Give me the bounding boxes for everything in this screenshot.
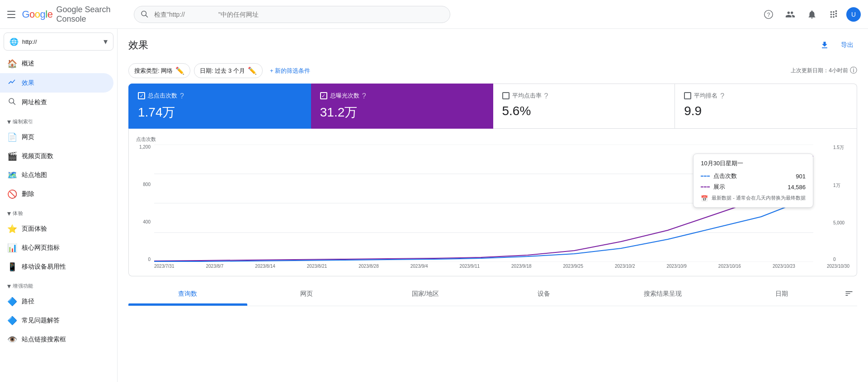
tooltip-clicks-value: 901	[796, 173, 806, 180]
section-label-indexing[interactable]: ▾ 编制索引	[0, 114, 117, 128]
sitemap-icon: 🗺️	[7, 170, 16, 180]
y-tick: 0	[148, 257, 151, 262]
export-label: 导出	[841, 41, 854, 49]
property-selector[interactable]: 🌐 http:// ▾	[4, 33, 113, 51]
sidebar-item-url-inspection[interactable]: 网址检查	[0, 93, 113, 112]
avatar[interactable]: U	[846, 7, 861, 22]
x-tick: 2023/10/16	[718, 264, 741, 269]
tab-countries[interactable]: 国家/地区	[366, 284, 485, 306]
menu-icon[interactable]	[7, 9, 16, 20]
sidebar-item-label: 移动设备易用性	[22, 263, 66, 271]
filter-rows-icon[interactable]	[841, 285, 857, 304]
y-tick: 400	[143, 219, 151, 224]
add-filter-label: + 新的筛选条件	[270, 67, 310, 75]
bottom-tabs-bar: 查询数 网页 国家/地区 设备 搜索结果呈现 日期	[128, 284, 857, 306]
enhancements-section: ▾ 增强功能 🔷 路径 🔷 常见问题解答 👁️ 站点链接搜索框	[0, 278, 117, 349]
help-icon[interactable]: ?	[362, 92, 366, 100]
metric-card-position[interactable]: 平均排名 ? 9.9	[675, 84, 857, 129]
help-icon[interactable]: ?	[720, 92, 724, 100]
apps-button[interactable]	[825, 5, 843, 23]
ctr-checkbox[interactable]	[502, 92, 509, 99]
topbar-right: ? U	[760, 5, 861, 23]
indexing-section: ▾ 编制索引 📄 网页 🎬 视频页面数 🗺️ 站点地图 🚫 删除	[0, 114, 117, 204]
last-updated-text: 上次更新日期：4小时前	[791, 67, 848, 75]
info-icon[interactable]: ⓘ	[850, 66, 857, 75]
page-title: 效果	[128, 38, 148, 52]
sidebar: 🌐 http:// ▾ 🏠 概述 效果	[0, 29, 118, 382]
web-icon: 📄	[7, 132, 16, 142]
page-header: 效果 导出	[128, 29, 857, 60]
tab-search-appearance[interactable]: 搜索结果呈现	[604, 284, 722, 306]
tab-label: 搜索结果呈现	[644, 290, 682, 297]
chevron-down-icon: ▾	[104, 37, 108, 47]
tab-dates[interactable]: 日期	[722, 284, 841, 306]
sidebar-item-overview[interactable]: 🏠 概述	[0, 54, 113, 73]
sidebar-item-search-box[interactable]: 👁️ 站点链接搜索框	[0, 330, 113, 349]
tooltip-note-text: 最新数据 - 通常会在几天内替换为最终数据	[712, 195, 806, 201]
sidebar-item-label: 概述	[22, 60, 34, 68]
tab-pages[interactable]: 网页	[247, 284, 366, 306]
impressions-checkbox[interactable]	[320, 92, 327, 99]
search-type-filter[interactable]: 搜索类型: 网络 ✏️	[128, 63, 190, 78]
ctr-value: 5.6%	[502, 104, 666, 118]
help-button[interactable]: ?	[760, 5, 778, 23]
help-icon[interactable]: ?	[544, 92, 548, 100]
x-tick: 2023/8/14	[255, 264, 275, 269]
y-axis-label: 点击次数	[136, 136, 849, 143]
bottom-tabs: 查询数 网页 国家/地区 设备 搜索结果呈现 日期	[128, 284, 841, 306]
x-tick: 2023/9/11	[460, 264, 480, 269]
clicks-checkbox[interactable]	[138, 92, 145, 99]
tab-label: 查询数	[178, 290, 197, 297]
sidebar-item-page-exp[interactable]: ⭐ 页面体验	[0, 219, 113, 238]
sidebar-item-mobile[interactable]: 📱 移动设备易用性	[0, 257, 113, 276]
metric-card-impressions[interactable]: 总曝光次数 ? 31.2万	[311, 84, 493, 129]
export-button[interactable]: 导出	[837, 37, 857, 53]
edit-icon[interactable]: ✏️	[175, 66, 184, 75]
tab-devices[interactable]: 设备	[485, 284, 604, 306]
sidebar-item-label: 站点地图	[22, 171, 47, 179]
sidebar-item-video[interactable]: 🎬 视频页面数	[0, 147, 113, 166]
sidebar-item-core-vitals[interactable]: 📊 核心网页指标	[0, 238, 113, 257]
tab-label: 国家/地区	[412, 290, 439, 297]
y-right-tick: 5,000	[833, 220, 844, 225]
clicks-line-icon	[701, 176, 710, 177]
tab-queries[interactable]: 查询数	[128, 284, 247, 306]
accounts-button[interactable]	[781, 5, 799, 23]
search-input[interactable]	[134, 6, 450, 23]
y-axis-left: 1,200 800 400 0	[136, 144, 152, 262]
main-content: 效果 导出 搜索类型: 网络 ✏️ 日期: 过去 3 个月 ✏️	[118, 29, 868, 382]
x-tick: 2023/10/30	[827, 264, 849, 269]
sidebar-item-web[interactable]: 📄 网页	[0, 128, 113, 147]
section-label-enhancements[interactable]: ▾ 增强功能	[0, 278, 117, 292]
chart-icon: 📊	[7, 243, 16, 253]
sidebar-item-label: 页面体验	[22, 225, 47, 233]
sidebar-item-removal[interactable]: 🚫 删除	[0, 185, 113, 204]
svg-line-1	[146, 15, 147, 17]
sidebar-item-sitemap[interactable]: 🗺️ 站点地图	[0, 166, 113, 185]
add-filter-button[interactable]: + 新的筛选条件	[266, 64, 314, 78]
help-icon[interactable]: ?	[180, 92, 184, 100]
calendar-icon: 📅	[701, 195, 708, 202]
edit-icon[interactable]: ✏️	[248, 66, 257, 75]
sidebar-item-label: 视频页面数	[22, 152, 53, 160]
section-label-experience[interactable]: ▾ 体验	[0, 205, 117, 219]
sidebar-item-faq[interactable]: 🔷 常见问题解答	[0, 311, 113, 330]
section-title: 增强功能	[13, 283, 33, 289]
logo-area: Google Google Search Console	[22, 5, 125, 24]
metric-card-clicks[interactable]: 总点击次数 ? 1.74万	[128, 84, 311, 129]
download-button[interactable]	[816, 36, 834, 54]
position-checkbox[interactable]	[684, 92, 691, 99]
date-filter[interactable]: 日期: 过去 3 个月 ✏️	[194, 63, 263, 78]
tab-label: 设备	[538, 290, 550, 297]
property-url: http://	[22, 38, 100, 45]
sidebar-item-paths[interactable]: 🔷 路径	[0, 292, 113, 311]
sidebar-item-label: 删除	[22, 190, 34, 198]
topbar-left: Google Google Search Console	[7, 5, 125, 24]
sidebar-item-performance[interactable]: 效果	[0, 73, 113, 93]
tab-label: 日期	[775, 290, 788, 297]
position-label: 平均排名	[694, 92, 717, 100]
searchbox-icon: 👁️	[7, 335, 16, 345]
search-bar[interactable]	[134, 6, 450, 23]
notifications-button[interactable]	[803, 5, 821, 23]
metric-card-ctr[interactable]: 平均点击率 ? 5.6%	[493, 84, 675, 129]
